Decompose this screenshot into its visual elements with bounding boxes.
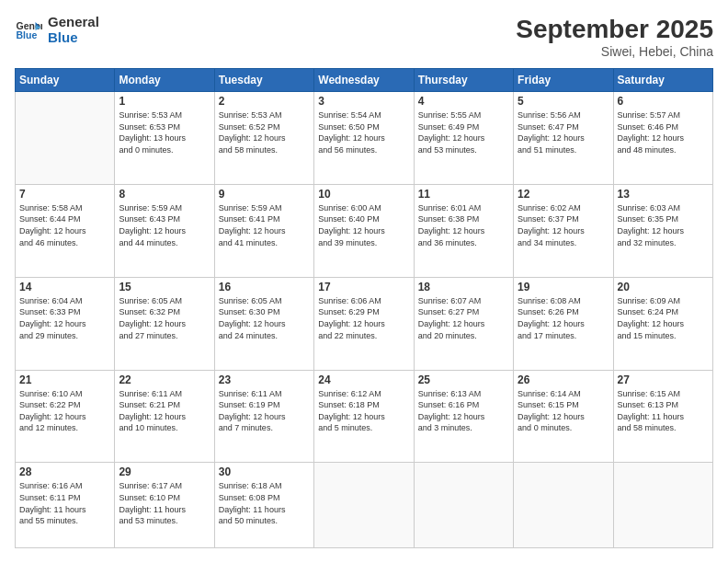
calendar-cell: 19Sunrise: 6:08 AM Sunset: 6:26 PM Dayli… — [514, 277, 613, 370]
calendar-cell — [613, 463, 712, 548]
calendar-cell: 16Sunrise: 6:05 AM Sunset: 6:30 PM Dayli… — [214, 277, 313, 370]
day-number: 21 — [19, 373, 110, 386]
cell-info: Sunrise: 6:01 AM Sunset: 6:38 PM Dayligh… — [418, 202, 509, 248]
calendar-body: 1Sunrise: 5:53 AM Sunset: 6:53 PM Daylig… — [16, 92, 713, 548]
header: General Blue General Blue September 2025… — [15, 15, 713, 59]
calendar-cell: 25Sunrise: 6:13 AM Sunset: 6:16 PM Dayli… — [414, 370, 513, 463]
col-sunday: Sunday — [16, 69, 115, 92]
calendar-cell: 20Sunrise: 6:09 AM Sunset: 6:24 PM Dayli… — [613, 277, 712, 370]
day-number: 25 — [418, 373, 509, 386]
cell-info: Sunrise: 5:58 AM Sunset: 6:44 PM Dayligh… — [19, 202, 110, 248]
day-number: 1 — [119, 95, 210, 108]
day-number: 28 — [19, 465, 110, 478]
cell-info: Sunrise: 6:05 AM Sunset: 6:32 PM Dayligh… — [119, 295, 210, 341]
calendar-week-row: 14Sunrise: 6:04 AM Sunset: 6:33 PM Dayli… — [16, 277, 713, 370]
calendar-cell: 7Sunrise: 5:58 AM Sunset: 6:44 PM Daylig… — [16, 184, 115, 277]
calendar-cell — [16, 92, 115, 185]
cell-info: Sunrise: 6:00 AM Sunset: 6:40 PM Dayligh… — [318, 202, 409, 248]
calendar-cell: 28Sunrise: 6:16 AM Sunset: 6:11 PM Dayli… — [16, 463, 115, 548]
calendar-cell: 9Sunrise: 5:59 AM Sunset: 6:41 PM Daylig… — [214, 184, 313, 277]
cell-info: Sunrise: 6:16 AM Sunset: 6:11 PM Dayligh… — [19, 480, 110, 526]
cell-info: Sunrise: 5:54 AM Sunset: 6:50 PM Dayligh… — [318, 109, 409, 155]
day-number: 12 — [518, 188, 609, 201]
day-number: 22 — [119, 373, 210, 386]
day-number: 14 — [19, 281, 110, 293]
day-number: 13 — [618, 188, 709, 201]
calendar-cell: 5Sunrise: 5:56 AM Sunset: 6:47 PM Daylig… — [514, 92, 613, 185]
cell-info: Sunrise: 6:02 AM Sunset: 6:37 PM Dayligh… — [518, 202, 609, 248]
cell-info: Sunrise: 6:05 AM Sunset: 6:30 PM Dayligh… — [219, 295, 310, 341]
cell-info: Sunrise: 6:09 AM Sunset: 6:24 PM Dayligh… — [618, 295, 709, 341]
calendar-cell: 1Sunrise: 5:53 AM Sunset: 6:53 PM Daylig… — [115, 92, 214, 185]
day-number: 23 — [219, 373, 310, 386]
calendar-cell — [314, 463, 414, 548]
day-number: 8 — [119, 188, 210, 201]
day-number: 16 — [219, 281, 310, 293]
calendar-cell: 3Sunrise: 5:54 AM Sunset: 6:50 PM Daylig… — [314, 92, 414, 185]
col-wednesday: Wednesday — [314, 69, 414, 92]
calendar-cell: 12Sunrise: 6:02 AM Sunset: 6:37 PM Dayli… — [514, 184, 613, 277]
calendar-cell: 4Sunrise: 5:55 AM Sunset: 6:49 PM Daylig… — [414, 92, 513, 185]
day-number: 24 — [318, 373, 409, 386]
day-number: 10 — [318, 188, 409, 201]
calendar-cell: 13Sunrise: 6:03 AM Sunset: 6:35 PM Dayli… — [613, 184, 712, 277]
cell-info: Sunrise: 5:57 AM Sunset: 6:46 PM Dayligh… — [618, 109, 709, 155]
calendar-cell: 15Sunrise: 6:05 AM Sunset: 6:32 PM Dayli… — [115, 277, 214, 370]
day-number: 2 — [219, 95, 310, 108]
calendar-cell — [514, 463, 613, 548]
logo-text-line2: Blue — [48, 30, 99, 46]
cell-info: Sunrise: 6:12 AM Sunset: 6:18 PM Dayligh… — [318, 388, 409, 434]
cell-info: Sunrise: 5:53 AM Sunset: 6:52 PM Dayligh… — [219, 109, 310, 155]
cell-info: Sunrise: 5:59 AM Sunset: 6:41 PM Dayligh… — [219, 202, 310, 248]
cell-info: Sunrise: 6:11 AM Sunset: 6:21 PM Dayligh… — [119, 388, 210, 434]
calendar-cell: 27Sunrise: 6:15 AM Sunset: 6:13 PM Dayli… — [613, 370, 712, 463]
location-subtitle: Siwei, Hebei, China — [516, 44, 713, 59]
calendar-cell: 11Sunrise: 6:01 AM Sunset: 6:38 PM Dayli… — [414, 184, 513, 277]
cell-info: Sunrise: 6:18 AM Sunset: 6:08 PM Dayligh… — [219, 480, 310, 526]
cell-info: Sunrise: 6:06 AM Sunset: 6:29 PM Dayligh… — [318, 295, 409, 341]
svg-text:Blue: Blue — [17, 29, 38, 40]
calendar-cell: 18Sunrise: 6:07 AM Sunset: 6:27 PM Dayli… — [414, 277, 513, 370]
day-number: 20 — [618, 281, 709, 293]
logo-text-line1: General — [48, 15, 99, 30]
cell-info: Sunrise: 6:14 AM Sunset: 6:15 PM Dayligh… — [518, 388, 609, 434]
calendar-cell: 24Sunrise: 6:12 AM Sunset: 6:18 PM Dayli… — [314, 370, 414, 463]
day-number: 4 — [418, 95, 509, 108]
calendar-cell: 8Sunrise: 5:59 AM Sunset: 6:43 PM Daylig… — [115, 184, 214, 277]
day-number: 5 — [518, 95, 609, 108]
calendar-week-row: 21Sunrise: 6:10 AM Sunset: 6:22 PM Dayli… — [16, 370, 713, 463]
logo: General Blue General Blue — [15, 15, 99, 45]
calendar-cell: 6Sunrise: 5:57 AM Sunset: 6:46 PM Daylig… — [613, 92, 712, 185]
calendar-cell: 10Sunrise: 6:00 AM Sunset: 6:40 PM Dayli… — [314, 184, 414, 277]
calendar-cell: 2Sunrise: 5:53 AM Sunset: 6:52 PM Daylig… — [214, 92, 313, 185]
day-number: 29 — [119, 465, 210, 478]
cell-info: Sunrise: 6:04 AM Sunset: 6:33 PM Dayligh… — [19, 295, 110, 341]
month-title: September 2025 — [516, 15, 713, 44]
cell-info: Sunrise: 6:10 AM Sunset: 6:22 PM Dayligh… — [19, 388, 110, 434]
cell-info: Sunrise: 5:56 AM Sunset: 6:47 PM Dayligh… — [518, 109, 609, 155]
logo-icon: General Blue — [15, 17, 42, 44]
day-number: 30 — [219, 465, 310, 478]
calendar-week-row: 28Sunrise: 6:16 AM Sunset: 6:11 PM Dayli… — [16, 463, 713, 548]
day-number: 15 — [119, 281, 210, 293]
calendar-cell: 30Sunrise: 6:18 AM Sunset: 6:08 PM Dayli… — [214, 463, 313, 548]
cell-info: Sunrise: 6:11 AM Sunset: 6:19 PM Dayligh… — [219, 388, 310, 434]
calendar-cell: 22Sunrise: 6:11 AM Sunset: 6:21 PM Dayli… — [115, 370, 214, 463]
day-number: 27 — [618, 373, 709, 386]
col-tuesday: Tuesday — [214, 69, 313, 92]
cell-info: Sunrise: 5:53 AM Sunset: 6:53 PM Dayligh… — [119, 109, 210, 155]
day-number: 26 — [518, 373, 609, 386]
col-thursday: Thursday — [414, 69, 513, 92]
cell-info: Sunrise: 5:55 AM Sunset: 6:49 PM Dayligh… — [418, 109, 509, 155]
cell-info: Sunrise: 5:59 AM Sunset: 6:43 PM Dayligh… — [119, 202, 210, 248]
weekday-header-row: Sunday Monday Tuesday Wednesday Thursday… — [16, 69, 713, 92]
day-number: 3 — [318, 95, 409, 108]
calendar-cell — [414, 463, 513, 548]
day-number: 11 — [418, 188, 509, 201]
calendar-cell: 14Sunrise: 6:04 AM Sunset: 6:33 PM Dayli… — [16, 277, 115, 370]
calendar-cell: 26Sunrise: 6:14 AM Sunset: 6:15 PM Dayli… — [514, 370, 613, 463]
day-number: 19 — [518, 281, 609, 293]
calendar-table: Sunday Monday Tuesday Wednesday Thursday… — [15, 68, 713, 548]
day-number: 17 — [318, 281, 409, 293]
day-number: 18 — [418, 281, 509, 293]
